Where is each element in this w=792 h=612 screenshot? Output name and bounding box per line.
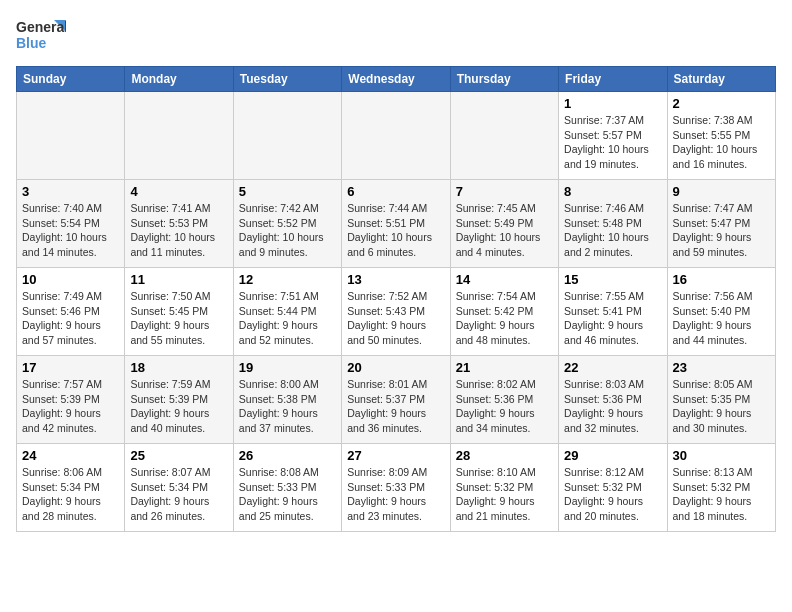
calendar-table: SundayMondayTuesdayWednesdayThursdayFrid… (16, 66, 776, 532)
day-info: Sunrise: 8:05 AMSunset: 5:35 PMDaylight:… (673, 377, 770, 436)
calendar-cell (17, 92, 125, 180)
day-number: 8 (564, 184, 661, 199)
weekday-header-monday: Monday (125, 67, 233, 92)
day-number: 2 (673, 96, 770, 111)
weekday-header-tuesday: Tuesday (233, 67, 341, 92)
calendar-cell: 16Sunrise: 7:56 AMSunset: 5:40 PMDayligh… (667, 268, 775, 356)
calendar-cell: 13Sunrise: 7:52 AMSunset: 5:43 PMDayligh… (342, 268, 450, 356)
day-number: 19 (239, 360, 336, 375)
calendar-cell: 20Sunrise: 8:01 AMSunset: 5:37 PMDayligh… (342, 356, 450, 444)
day-info: Sunrise: 8:09 AMSunset: 5:33 PMDaylight:… (347, 465, 444, 524)
day-info: Sunrise: 8:02 AMSunset: 5:36 PMDaylight:… (456, 377, 553, 436)
page-header: GeneralBlue (16, 16, 776, 56)
day-number: 9 (673, 184, 770, 199)
day-number: 30 (673, 448, 770, 463)
calendar-week-row: 10Sunrise: 7:49 AMSunset: 5:46 PMDayligh… (17, 268, 776, 356)
day-info: Sunrise: 7:40 AMSunset: 5:54 PMDaylight:… (22, 201, 119, 260)
day-info: Sunrise: 7:50 AMSunset: 5:45 PMDaylight:… (130, 289, 227, 348)
weekday-header-row: SundayMondayTuesdayWednesdayThursdayFrid… (17, 67, 776, 92)
day-info: Sunrise: 7:38 AMSunset: 5:55 PMDaylight:… (673, 113, 770, 172)
day-number: 28 (456, 448, 553, 463)
calendar-cell: 30Sunrise: 8:13 AMSunset: 5:32 PMDayligh… (667, 444, 775, 532)
day-info: Sunrise: 7:42 AMSunset: 5:52 PMDaylight:… (239, 201, 336, 260)
calendar-week-row: 3Sunrise: 7:40 AMSunset: 5:54 PMDaylight… (17, 180, 776, 268)
calendar-cell (125, 92, 233, 180)
day-info: Sunrise: 7:57 AMSunset: 5:39 PMDaylight:… (22, 377, 119, 436)
day-info: Sunrise: 7:46 AMSunset: 5:48 PMDaylight:… (564, 201, 661, 260)
calendar-week-row: 17Sunrise: 7:57 AMSunset: 5:39 PMDayligh… (17, 356, 776, 444)
day-info: Sunrise: 7:37 AMSunset: 5:57 PMDaylight:… (564, 113, 661, 172)
calendar-cell: 29Sunrise: 8:12 AMSunset: 5:32 PMDayligh… (559, 444, 667, 532)
day-info: Sunrise: 8:00 AMSunset: 5:38 PMDaylight:… (239, 377, 336, 436)
calendar-cell: 17Sunrise: 7:57 AMSunset: 5:39 PMDayligh… (17, 356, 125, 444)
day-number: 10 (22, 272, 119, 287)
day-number: 7 (456, 184, 553, 199)
weekday-header-thursday: Thursday (450, 67, 558, 92)
calendar-cell: 18Sunrise: 7:59 AMSunset: 5:39 PMDayligh… (125, 356, 233, 444)
day-number: 29 (564, 448, 661, 463)
weekday-header-friday: Friday (559, 67, 667, 92)
day-number: 5 (239, 184, 336, 199)
day-number: 11 (130, 272, 227, 287)
calendar-cell: 5Sunrise: 7:42 AMSunset: 5:52 PMDaylight… (233, 180, 341, 268)
calendar-cell: 8Sunrise: 7:46 AMSunset: 5:48 PMDaylight… (559, 180, 667, 268)
calendar-cell: 4Sunrise: 7:41 AMSunset: 5:53 PMDaylight… (125, 180, 233, 268)
calendar-cell: 22Sunrise: 8:03 AMSunset: 5:36 PMDayligh… (559, 356, 667, 444)
logo: GeneralBlue (16, 16, 66, 56)
logo-svg: GeneralBlue (16, 16, 66, 56)
day-info: Sunrise: 7:47 AMSunset: 5:47 PMDaylight:… (673, 201, 770, 260)
calendar-cell: 27Sunrise: 8:09 AMSunset: 5:33 PMDayligh… (342, 444, 450, 532)
calendar-cell (450, 92, 558, 180)
calendar-cell: 25Sunrise: 8:07 AMSunset: 5:34 PMDayligh… (125, 444, 233, 532)
day-number: 15 (564, 272, 661, 287)
calendar-cell: 10Sunrise: 7:49 AMSunset: 5:46 PMDayligh… (17, 268, 125, 356)
calendar-cell: 7Sunrise: 7:45 AMSunset: 5:49 PMDaylight… (450, 180, 558, 268)
day-info: Sunrise: 8:13 AMSunset: 5:32 PMDaylight:… (673, 465, 770, 524)
calendar-cell: 14Sunrise: 7:54 AMSunset: 5:42 PMDayligh… (450, 268, 558, 356)
calendar-cell: 26Sunrise: 8:08 AMSunset: 5:33 PMDayligh… (233, 444, 341, 532)
day-number: 16 (673, 272, 770, 287)
calendar-cell: 24Sunrise: 8:06 AMSunset: 5:34 PMDayligh… (17, 444, 125, 532)
day-number: 1 (564, 96, 661, 111)
calendar-cell: 12Sunrise: 7:51 AMSunset: 5:44 PMDayligh… (233, 268, 341, 356)
day-info: Sunrise: 7:55 AMSunset: 5:41 PMDaylight:… (564, 289, 661, 348)
day-number: 26 (239, 448, 336, 463)
weekday-header-sunday: Sunday (17, 67, 125, 92)
calendar-cell: 19Sunrise: 8:00 AMSunset: 5:38 PMDayligh… (233, 356, 341, 444)
day-number: 23 (673, 360, 770, 375)
calendar-cell: 28Sunrise: 8:10 AMSunset: 5:32 PMDayligh… (450, 444, 558, 532)
day-info: Sunrise: 8:07 AMSunset: 5:34 PMDaylight:… (130, 465, 227, 524)
day-info: Sunrise: 8:08 AMSunset: 5:33 PMDaylight:… (239, 465, 336, 524)
calendar-cell: 15Sunrise: 7:55 AMSunset: 5:41 PMDayligh… (559, 268, 667, 356)
calendar-cell: 11Sunrise: 7:50 AMSunset: 5:45 PMDayligh… (125, 268, 233, 356)
day-info: Sunrise: 8:06 AMSunset: 5:34 PMDaylight:… (22, 465, 119, 524)
svg-text:Blue: Blue (16, 35, 47, 51)
day-info: Sunrise: 7:44 AMSunset: 5:51 PMDaylight:… (347, 201, 444, 260)
day-number: 3 (22, 184, 119, 199)
day-info: Sunrise: 7:49 AMSunset: 5:46 PMDaylight:… (22, 289, 119, 348)
day-info: Sunrise: 7:59 AMSunset: 5:39 PMDaylight:… (130, 377, 227, 436)
calendar-cell: 2Sunrise: 7:38 AMSunset: 5:55 PMDaylight… (667, 92, 775, 180)
day-info: Sunrise: 7:45 AMSunset: 5:49 PMDaylight:… (456, 201, 553, 260)
day-number: 27 (347, 448, 444, 463)
day-info: Sunrise: 8:12 AMSunset: 5:32 PMDaylight:… (564, 465, 661, 524)
day-info: Sunrise: 8:03 AMSunset: 5:36 PMDaylight:… (564, 377, 661, 436)
day-number: 12 (239, 272, 336, 287)
day-number: 22 (564, 360, 661, 375)
day-info: Sunrise: 8:01 AMSunset: 5:37 PMDaylight:… (347, 377, 444, 436)
svg-text:General: General (16, 19, 66, 35)
day-number: 13 (347, 272, 444, 287)
weekday-header-wednesday: Wednesday (342, 67, 450, 92)
day-number: 14 (456, 272, 553, 287)
day-number: 6 (347, 184, 444, 199)
calendar-cell: 9Sunrise: 7:47 AMSunset: 5:47 PMDaylight… (667, 180, 775, 268)
day-number: 4 (130, 184, 227, 199)
day-info: Sunrise: 7:54 AMSunset: 5:42 PMDaylight:… (456, 289, 553, 348)
calendar-week-row: 1Sunrise: 7:37 AMSunset: 5:57 PMDaylight… (17, 92, 776, 180)
day-number: 25 (130, 448, 227, 463)
day-number: 21 (456, 360, 553, 375)
calendar-cell: 23Sunrise: 8:05 AMSunset: 5:35 PMDayligh… (667, 356, 775, 444)
day-info: Sunrise: 8:10 AMSunset: 5:32 PMDaylight:… (456, 465, 553, 524)
day-info: Sunrise: 7:41 AMSunset: 5:53 PMDaylight:… (130, 201, 227, 260)
day-info: Sunrise: 7:51 AMSunset: 5:44 PMDaylight:… (239, 289, 336, 348)
